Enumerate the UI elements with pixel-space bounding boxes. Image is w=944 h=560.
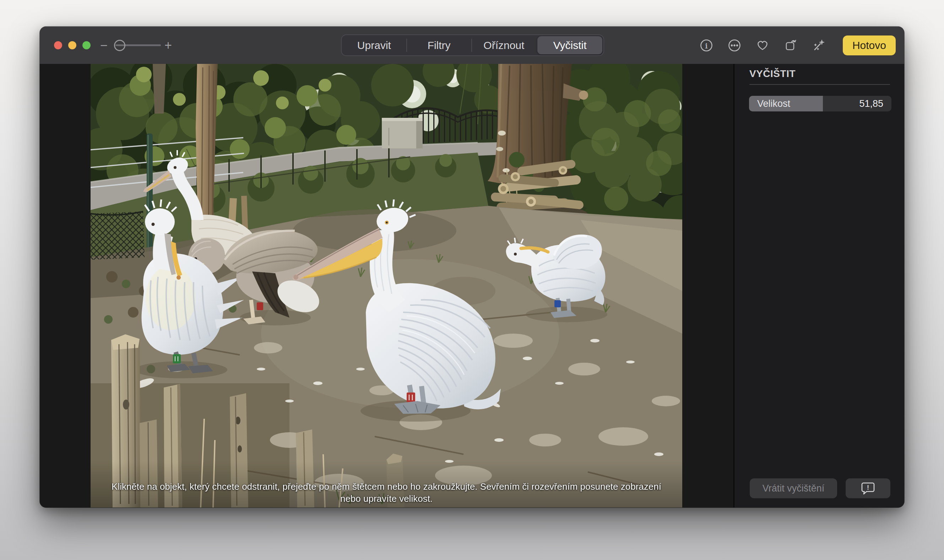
info-icon[interactable]: i <box>700 39 713 52</box>
sidebar-footer: Vrátit vyčištění ! <box>734 478 904 498</box>
close-button[interactable] <box>54 41 62 49</box>
feedback-button[interactable]: ! <box>845 478 890 498</box>
brush-size-value: 51,85 <box>859 96 883 111</box>
revert-cleanup-button[interactable]: Vrátit vyčištění <box>750 478 837 498</box>
cleanup-instructions-line1: Klikněte na objekt, který chcete odstran… <box>91 480 682 492</box>
pelican-photo-illustration <box>91 64 682 508</box>
tab-vycistit[interactable]: Vyčistit <box>537 36 602 54</box>
edit-canvas-area: Klikněte na objekt, který chcete odstran… <box>40 64 733 508</box>
minimize-button[interactable] <box>68 41 76 49</box>
mesh-fence <box>91 211 145 260</box>
zoom-slider-track[interactable] <box>116 45 161 46</box>
zoom-slider-knob[interactable] <box>114 40 125 51</box>
edit-mode-tabs: Upravit Filtry Oříznout Vyčistit <box>341 34 604 56</box>
favorite-heart-icon[interactable] <box>756 39 769 52</box>
brush-size-label: Velikost <box>757 96 790 111</box>
toolbar: − + Upravit Filtry Oříznout Vyčistit i <box>40 27 904 64</box>
tab-upravit[interactable]: Upravit <box>342 35 407 55</box>
rotate-icon[interactable] <box>784 39 797 52</box>
done-button[interactable]: Hotovo <box>843 35 896 55</box>
feedback-exclamation-glyph: ! <box>867 484 869 491</box>
fullscreen-button[interactable] <box>82 41 91 49</box>
feedback-bubble-icon: ! <box>861 482 875 495</box>
sidebar-divider <box>750 84 890 85</box>
tab-filtry[interactable]: Filtry <box>407 35 472 55</box>
cleanup-sidebar: VYČIŠTIT Velikost 51,85 Vrátit vyčištění… <box>733 64 904 508</box>
concrete-pillar <box>382 118 423 148</box>
more-options-icon[interactable] <box>728 39 741 52</box>
cleanup-instructions-line2: nebo upravíte velikost. <box>91 492 682 505</box>
brush-size-slider[interactable]: Velikost 51,85 <box>749 96 892 111</box>
zoom-out-icon[interactable]: − <box>100 39 108 52</box>
traffic-lights <box>54 41 91 49</box>
tab-oriznout[interactable]: Oříznout <box>472 35 537 55</box>
svg-text:i: i <box>705 41 708 50</box>
zoom-control: − + <box>100 27 172 64</box>
toolbar-actions: i Hotovo <box>700 27 896 64</box>
sidebar-title: VYČIŠTIT <box>750 68 796 80</box>
auto-enhance-wand-icon[interactable] <box>812 39 825 52</box>
zoom-in-icon[interactable]: + <box>164 39 172 52</box>
cleanup-instructions: Klikněte na objekt, který chcete odstran… <box>91 480 682 505</box>
photo-cleanup-canvas[interactable]: Klikněte na objekt, který chcete odstran… <box>91 64 682 508</box>
photos-window: − + Upravit Filtry Oříznout Vyčistit i <box>40 27 904 508</box>
